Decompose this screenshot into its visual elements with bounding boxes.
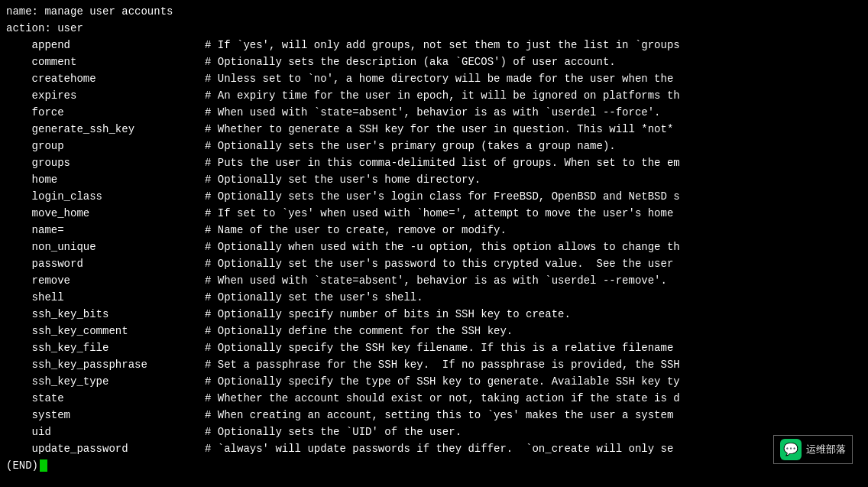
option-comment: # Puts the user in this comma-delimited … (205, 154, 680, 171)
terminal-line: expires# An expiry time for the user in … (0, 87, 868, 104)
option-comment: # An expiry time for the user in epoch, … (205, 87, 680, 104)
terminal-window: name: manage user accounts action: user … (0, 0, 868, 487)
option-comment: # Optionally sets the user's primary gro… (205, 138, 616, 154)
terminal-line: move_home# If set to `yes' when used wit… (0, 205, 868, 222)
option-comment: # Unless set to `no', a home directory w… (205, 70, 673, 87)
option-comment: # Optionally when used with the -u optio… (205, 239, 680, 255)
option-comment: # Name of the user to create, remove or … (205, 222, 507, 239)
option-key: group (6, 138, 205, 154)
terminal-line: group# Optionally sets the user's primar… (0, 138, 868, 154)
option-comment: # Whether the account should exist or no… (205, 390, 680, 407)
terminal-line: ssh_key_type# Optionally specify the typ… (0, 373, 868, 390)
terminal-line: append# If `yes', will only add groups, … (0, 37, 868, 54)
option-key: name= (6, 222, 205, 239)
option-comment: # Optionally set the user's password to … (205, 255, 673, 272)
option-key: update_password (6, 440, 205, 457)
wechat-icon: 💬 (780, 439, 802, 460)
option-key: generate_ssh_key (6, 121, 205, 138)
option-key: expires (6, 87, 205, 104)
terminal-line: ssh_key_passphrase# Set a passphrase for… (0, 356, 868, 373)
option-comment: # Optionally sets the `UID' of the user. (205, 424, 462, 440)
end-line: (END) (0, 457, 868, 474)
option-key: non_unique (6, 239, 205, 255)
action-line: action: user (0, 20, 868, 37)
option-comment: # If set to `yes' when used with `home='… (205, 205, 673, 222)
option-comment: # Optionally specify the SSH key filenam… (205, 339, 673, 356)
option-comment: # Optionally sets the user's login class… (205, 188, 680, 205)
option-comment: # Optionally sets the description (aka `… (205, 54, 616, 70)
option-key: comment (6, 54, 205, 70)
terminal-line: ssh_key_bits# Optionally specify number … (0, 306, 868, 323)
terminal-line: generate_ssh_key# Whether to generate a … (0, 121, 868, 138)
option-comment: # If `yes', will only add groups, not se… (205, 37, 680, 54)
option-comment: # `always' will update passwords if they… (205, 440, 673, 457)
watermark: 💬 运维部落 (773, 435, 853, 464)
option-comment: # Optionally specify the type of SSH key… (205, 373, 680, 390)
option-comment: # Whether to generate a SSH key for the … (205, 121, 673, 138)
terminal-line: shell# Optionally set the user's shell. (0, 289, 868, 306)
option-comment: # When creating an account, setting this… (205, 407, 673, 424)
terminal-line: groups# Puts the user in this comma-deli… (0, 154, 868, 171)
option-key: home (6, 171, 205, 188)
terminal-line: remove# When used with `state=absent', b… (0, 272, 868, 289)
option-key: createhome (6, 70, 205, 87)
watermark-text: 运维部落 (806, 443, 846, 456)
option-key: remove (6, 272, 205, 289)
terminal-line: uid# Optionally sets the `UID' of the us… (0, 424, 868, 440)
terminal-line: home# Optionally set the user's home dir… (0, 171, 868, 188)
option-comment: # Set a passphrase for the SSH key. If n… (205, 356, 680, 373)
option-key: ssh_key_bits (6, 306, 205, 323)
terminal-line: system# When creating an account, settin… (0, 407, 868, 424)
option-key: append (6, 37, 205, 54)
title-line: name: manage user accounts (0, 3, 868, 20)
option-key: move_home (6, 205, 205, 222)
option-comment: # Optionally set the user's home directo… (205, 171, 481, 188)
cursor (40, 459, 47, 472)
option-key: state (6, 390, 205, 407)
option-key: ssh_key_type (6, 373, 205, 390)
terminal-line: password# Optionally set the user's pass… (0, 255, 868, 272)
terminal-line: state# Whether the account should exist … (0, 390, 868, 407)
option-key: ssh_key_comment (6, 323, 205, 339)
terminal-line: ssh_key_comment# Optionally define the c… (0, 323, 868, 339)
option-comment: # When used with `state=absent', behavio… (205, 104, 661, 121)
terminal-line: login_class# Optionally sets the user's … (0, 188, 868, 205)
option-comment: # Optionally define the comment for the … (205, 323, 513, 339)
terminal-line: update_password# `always' will update pa… (0, 440, 868, 457)
option-key: groups (6, 154, 205, 171)
option-key: uid (6, 424, 205, 440)
option-key: ssh_key_passphrase (6, 356, 205, 373)
terminal-line: non_unique# Optionally when used with th… (0, 239, 868, 255)
end-tag: (END) (6, 457, 38, 474)
terminal-line: comment# Optionally sets the description… (0, 54, 868, 70)
option-key: system (6, 407, 205, 424)
terminal-line: ssh_key_file# Optionally specify the SSH… (0, 339, 868, 356)
option-key: login_class (6, 188, 205, 205)
option-key: shell (6, 289, 205, 306)
option-comment: # When used with `state=absent', behavio… (205, 272, 667, 289)
option-comment: # Optionally set the user's shell. (205, 289, 423, 306)
option-key: password (6, 255, 205, 272)
terminal-line: force# When used with `state=absent', be… (0, 104, 868, 121)
terminal-line: name=# Name of the user to create, remov… (0, 222, 868, 239)
option-comment: # Optionally specify number of bits in S… (205, 306, 571, 323)
option-key: force (6, 104, 205, 121)
option-key: ssh_key_file (6, 339, 205, 356)
terminal-line: createhome# Unless set to `no', a home d… (0, 70, 868, 87)
